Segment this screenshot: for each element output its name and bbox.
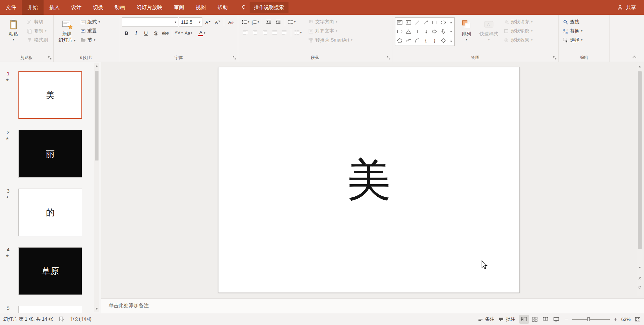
numbering-button[interactable]: 123 ▾ <box>251 17 260 26</box>
shape-right-brace-icon[interactable]: } <box>430 36 439 45</box>
shapes-gallery-up-icon[interactable] <box>448 18 454 27</box>
clipboard-dialog-launcher-icon[interactable] <box>48 56 52 60</box>
shape-oval-icon[interactable] <box>439 18 448 27</box>
decrease-indent-button[interactable] <box>264 17 273 26</box>
notes-pane[interactable]: 单击此处添加备注 <box>101 298 644 313</box>
scroll-up-icon[interactable] <box>94 63 99 69</box>
reading-view-button[interactable] <box>541 315 550 324</box>
columns-button[interactable]: ▾ <box>293 28 302 37</box>
align-center-button[interactable] <box>251 28 260 37</box>
share-button[interactable]: 共享 <box>609 0 644 15</box>
tab-file[interactable]: 文件 <box>0 0 22 15</box>
shapes-gallery-down-icon[interactable] <box>448 27 454 37</box>
tab-insert[interactable]: 插入 <box>44 0 65 15</box>
slide-thumbnail-4[interactable]: 4 ★ 草原 <box>0 247 87 297</box>
scroll-up-icon[interactable] <box>637 63 643 69</box>
shape-line-icon[interactable] <box>413 18 422 27</box>
find-button[interactable]: 查找 <box>561 17 584 26</box>
bullets-button[interactable]: ▾ <box>241 17 250 26</box>
shape-elbow-connector-icon[interactable] <box>413 27 422 36</box>
shape-pentagon-icon[interactable] <box>395 36 404 45</box>
font-name-combobox[interactable]: ▾ <box>122 17 178 27</box>
convert-to-smartart-button[interactable]: 转换为 SmartArt ▾ <box>307 36 354 45</box>
shape-arrow-icon[interactable] <box>422 18 430 27</box>
shapes-gallery-more-icon[interactable] <box>448 36 454 46</box>
scroll-down-icon[interactable] <box>94 306 99 312</box>
bold-button[interactable]: B <box>122 28 131 38</box>
format-painter-button[interactable]: 格式刷 <box>25 36 50 45</box>
text-shadow-button[interactable]: S <box>151 28 160 38</box>
zoom-slider-thumb[interactable] <box>587 317 590 321</box>
previous-slide-button[interactable] <box>637 274 643 282</box>
thumbnail-panel-scrollbar[interactable] <box>94 63 99 312</box>
slide-title-text[interactable]: 美 <box>347 158 391 202</box>
font-dialog-launcher-icon[interactable] <box>233 56 237 60</box>
slide-thumbnail-canvas[interactable] <box>18 306 82 313</box>
shape-right-arrow-icon[interactable] <box>430 27 439 36</box>
tab-view[interactable]: 视图 <box>190 0 212 15</box>
tab-home[interactable]: 开始 <box>22 0 44 15</box>
shrink-font-button[interactable]: A <box>213 18 222 27</box>
line-spacing-button[interactable]: ▾ <box>287 17 296 26</box>
slide-sorter-view-button[interactable] <box>530 315 539 324</box>
new-slide-button[interactable]: 新建 幻灯片 ▾ <box>56 17 78 53</box>
slide-thumbnail-canvas[interactable]: 美 <box>18 71 82 119</box>
proofing-status-icon[interactable] <box>59 316 64 322</box>
align-right-button[interactable] <box>260 28 269 37</box>
zoom-in-button[interactable]: + <box>614 316 617 323</box>
shape-elbow-arrow-icon[interactable] <box>422 27 430 36</box>
tab-review[interactable]: 审阅 <box>168 0 190 15</box>
replace-button[interactable]: abac 替换 ▾ <box>561 26 584 36</box>
shape-rounded-rectangle-icon[interactable] <box>395 27 404 36</box>
align-text-button[interactable]: 对齐文本 ▾ <box>307 26 354 36</box>
slide-count-indicator[interactable]: 幻灯片 第 1 张, 共 14 张 <box>3 316 53 322</box>
normal-view-button[interactable] <box>519 315 529 324</box>
slide-thumbnail-canvas[interactable]: 丽 <box>18 130 82 178</box>
slide-thumbnail-3[interactable]: 3 ★ 的 <box>0 188 87 238</box>
layout-button[interactable]: 版式 ▾ <box>79 17 102 26</box>
slide-thumbnail-canvas[interactable]: 草原 <box>18 247 82 295</box>
canvas-vertical-scrollbar[interactable] <box>637 63 643 296</box>
drawing-dialog-launcher-icon[interactable] <box>553 56 557 60</box>
select-button[interactable]: 选择 ▾ <box>561 36 584 45</box>
shape-vertical-textbox-icon[interactable] <box>404 18 413 27</box>
animation-star-icon[interactable]: ★ <box>6 195 9 199</box>
scrollbar-thumb[interactable] <box>95 71 99 160</box>
slide-thumbnail-canvas[interactable]: 的 <box>18 189 82 236</box>
tab-slideshow[interactable]: 幻灯片放映 <box>131 0 168 15</box>
notes-placeholder[interactable]: 单击此处添加备注 <box>109 303 149 309</box>
scroll-down-icon[interactable] <box>637 263 643 271</box>
zoom-level[interactable]: 63% <box>621 317 631 322</box>
shape-outline-button[interactable]: 形状轮廓 ▾ <box>502 26 534 36</box>
grow-font-button[interactable]: A <box>203 18 212 27</box>
shape-triangle-icon[interactable] <box>404 27 413 36</box>
shape-textbox-icon[interactable] <box>395 18 404 27</box>
clear-formatting-button[interactable]: A <box>226 18 235 27</box>
next-slide-button[interactable] <box>637 283 643 291</box>
arrange-button[interactable]: 排列 ▾ <box>456 17 477 53</box>
change-case-button[interactable]: Aa ▾ <box>184 28 193 38</box>
text-direction-button[interactable]: 文字方向 ▾ <box>307 17 354 26</box>
shape-rectangle-icon[interactable] <box>430 18 439 27</box>
slide-thumbnail-1[interactable]: 1 ★ 美 <box>0 71 87 121</box>
slide-thumbnail-2[interactable]: 2 ★ 丽 <box>0 129 87 180</box>
language-indicator[interactable]: 中文(中国) <box>70 316 91 322</box>
paragraph-dialog-launcher-icon[interactable] <box>387 56 391 60</box>
comments-toggle-button[interactable]: 批注 <box>499 316 515 322</box>
shape-diamond-icon[interactable] <box>439 36 448 45</box>
increase-indent-button[interactable] <box>274 17 283 26</box>
tell-me-search[interactable]: 操作说明搜索 <box>241 0 288 15</box>
font-color-button[interactable]: A ▾ <box>197 28 206 38</box>
copy-button[interactable]: 复制 ▾ <box>25 26 50 36</box>
character-spacing-button[interactable]: AV ▾ <box>174 28 183 38</box>
shape-fill-button[interactable]: 形状填充 ▾ <box>502 17 534 26</box>
cut-button[interactable]: 剪切 <box>25 17 50 26</box>
slide-canvas[interactable]: 美 <box>218 67 520 293</box>
reset-button[interactable]: 重置 <box>79 26 102 36</box>
shape-down-arrow-icon[interactable] <box>439 27 448 36</box>
section-button[interactable]: 节 ▾ <box>79 36 102 45</box>
fit-slide-to-window-button[interactable] <box>635 316 641 322</box>
shapes-gallery[interactable]: { } <box>395 17 455 46</box>
justify-button[interactable] <box>270 28 279 37</box>
zoom-out-button[interactable]: − <box>565 316 568 323</box>
